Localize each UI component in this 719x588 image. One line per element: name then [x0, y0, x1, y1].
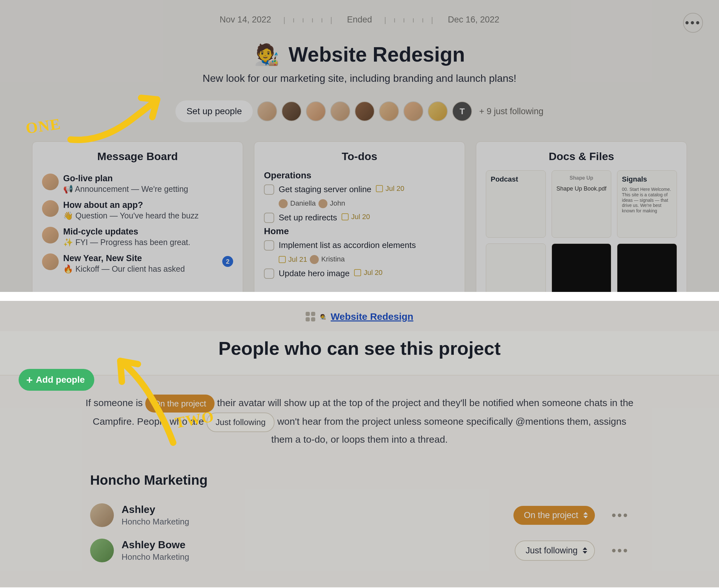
on-project-chip: On the project — [145, 395, 214, 413]
doc-title: Shape Up — [556, 175, 607, 181]
todo-item[interactable]: Update hero image Jul 20 — [264, 267, 455, 279]
follower-count: + 9 just following — [479, 106, 543, 117]
add-people-button[interactable]: + Add people — [19, 369, 94, 391]
avatar — [310, 255, 319, 264]
setup-people-button[interactable]: Set up people — [175, 100, 253, 122]
doc-preview-text: 00. Start Here Welcome. This site is a c… — [622, 187, 672, 214]
doc-title: Signals — [622, 175, 672, 184]
avatar-overflow[interactable]: T — [452, 101, 472, 121]
todo-label: Update hero image — [279, 269, 350, 278]
start-date: Nov 14, 2022 — [213, 13, 278, 27]
message-title: Go-live plan — [63, 173, 188, 184]
message-board-title: Message Board — [42, 150, 233, 163]
person-company: Honcho Marketing — [122, 517, 506, 527]
avatar[interactable] — [90, 539, 114, 562]
doc-tile[interactable] — [617, 244, 677, 292]
todo-item[interactable]: Set up redirects Jul 20 — [264, 211, 455, 224]
calendar-icon — [341, 213, 348, 220]
role-select-button[interactable]: Just following — [515, 541, 595, 561]
todo-assignees: Daniella John — [279, 199, 455, 210]
breadcrumb-emoji: 🧑‍🎨 — [320, 314, 326, 320]
doc-tile[interactable] — [486, 244, 546, 292]
project-overview-panel: Nov 14, 2022 | ı ı ı ı | Ended | ı ı ı ı… — [0, 0, 719, 292]
person-name: Ashley — [122, 504, 506, 516]
role-select-button[interactable]: On the project — [513, 506, 595, 525]
add-people-label: Add people — [36, 375, 85, 385]
project-status: Ended — [341, 13, 378, 27]
person-name: Ashley Bowe — [122, 539, 507, 551]
todo-group-title[interactable]: Home — [264, 226, 455, 236]
todo-due-date: Jul 21 — [279, 255, 307, 264]
calendar-icon — [376, 185, 383, 192]
todo-due-date: Jul 20 — [354, 269, 383, 277]
message-title: Mid-cycle updates — [63, 227, 190, 237]
project-cards-row: Message Board Go-live plan 📢 Announcemen… — [0, 142, 719, 292]
project-subtitle: New look for our marketing site, includi… — [0, 72, 719, 84]
avatar[interactable] — [90, 503, 114, 527]
project-title-text: Website Redesign — [289, 43, 465, 66]
docs-title: Docs & Files — [486, 150, 677, 163]
breadcrumb: 🧑‍🎨 Website Redesign — [0, 301, 719, 331]
checkbox-icon[interactable] — [264, 213, 274, 223]
doc-title: Podcast — [491, 175, 541, 184]
grid-icon[interactable] — [305, 312, 315, 321]
person-row: Ashley Honcho Marketing On the project •… — [90, 498, 629, 533]
avatar[interactable] — [330, 101, 350, 121]
docs-files-card[interactable]: Docs & Files Podcast Shape Up Shape Up B… — [476, 142, 687, 292]
company-section: Honcho Marketing Ashley Honcho Marketing… — [84, 472, 635, 568]
message-item[interactable]: New Year, New Site 🔥 Kickoff — Our clien… — [42, 250, 233, 277]
company-name: Honcho Marketing — [90, 472, 629, 488]
calendar-icon — [354, 269, 361, 276]
more-icon[interactable]: ••• — [612, 508, 629, 523]
project-emoji: 🧑‍🎨 — [254, 43, 280, 66]
calendar-icon — [279, 256, 286, 263]
checkbox-icon[interactable] — [264, 240, 274, 251]
avatar — [42, 173, 59, 190]
avatar[interactable] — [355, 101, 375, 121]
project-people-panel: 🧑‍🎨 Website Redesign + Add people People… — [0, 301, 719, 587]
doc-tile[interactable]: Shape Up Shape Up Book.pdf — [552, 170, 612, 238]
todo-label: Set up redirects — [279, 213, 337, 223]
more-options-button[interactable]: ••• — [683, 13, 703, 33]
message-item[interactable]: Go-live plan 📢 Announcement — We're gett… — [42, 170, 233, 197]
todo-due-date: Jul 20 — [376, 185, 404, 193]
todos-card[interactable]: To-dos Operations Get staging server onl… — [254, 142, 465, 292]
unread-badge: 2 — [222, 256, 233, 267]
avatar[interactable] — [379, 101, 399, 121]
todo-item[interactable]: Implement list as accordion elements Jul… — [264, 238, 455, 267]
doc-filename: Shape Up Book.pdf — [556, 185, 607, 192]
checkbox-icon[interactable] — [264, 185, 274, 195]
todo-item[interactable]: Get staging server online Jul 20 Daniell… — [264, 183, 455, 211]
avatar — [279, 199, 288, 208]
avatar — [42, 253, 59, 270]
avatar[interactable] — [428, 101, 448, 121]
message-item[interactable]: How about an app? 👋 Question — You've he… — [42, 197, 233, 224]
doc-tile[interactable] — [552, 244, 612, 292]
checkbox-icon[interactable] — [264, 269, 274, 279]
people-page-explainer: If someone is On the project their avata… — [84, 395, 635, 447]
breadcrumb-project-link[interactable]: Website Redesign — [331, 311, 414, 322]
todo-group-title[interactable]: Operations — [264, 170, 455, 181]
avatar[interactable] — [403, 101, 423, 121]
date-separator: | ı ı ı ı | — [384, 15, 436, 24]
avatar[interactable] — [281, 101, 301, 121]
message-board-card[interactable]: Message Board Go-live plan 📢 Announcemen… — [32, 142, 243, 292]
project-date-bar: Nov 14, 2022 | ı ı ı ı | Ended | ı ı ı ı… — [0, 0, 719, 27]
todo-label: Implement list as accordion elements — [279, 240, 416, 250]
more-icon[interactable]: ••• — [612, 543, 629, 558]
message-preview: ✨ FYI — Progress has been great. — [63, 238, 190, 247]
message-item[interactable]: Mid-cycle updates ✨ FYI — Progress has b… — [42, 224, 233, 250]
avatar[interactable] — [257, 101, 277, 121]
avatar[interactable] — [306, 101, 326, 121]
people-page-title: People who can see this project — [0, 331, 719, 375]
person-row: Ashley Bowe Honcho Marketing Just follow… — [90, 533, 629, 568]
doc-tile[interactable]: Podcast — [486, 170, 546, 238]
avatar — [42, 200, 59, 217]
end-date: Dec 16, 2022 — [442, 13, 506, 27]
doc-tile[interactable]: Signals 00. Start Here Welcome. This sit… — [617, 170, 677, 238]
todo-assignees: Jul 21 Kristina — [279, 255, 455, 266]
message-preview: 🔥 Kickoff — Our client has asked — [63, 264, 233, 274]
date-separator: | ı ı ı ı | — [283, 15, 335, 24]
message-preview: 👋 Question — You've heard the buzz — [63, 211, 198, 220]
todos-title: To-dos — [264, 150, 455, 163]
